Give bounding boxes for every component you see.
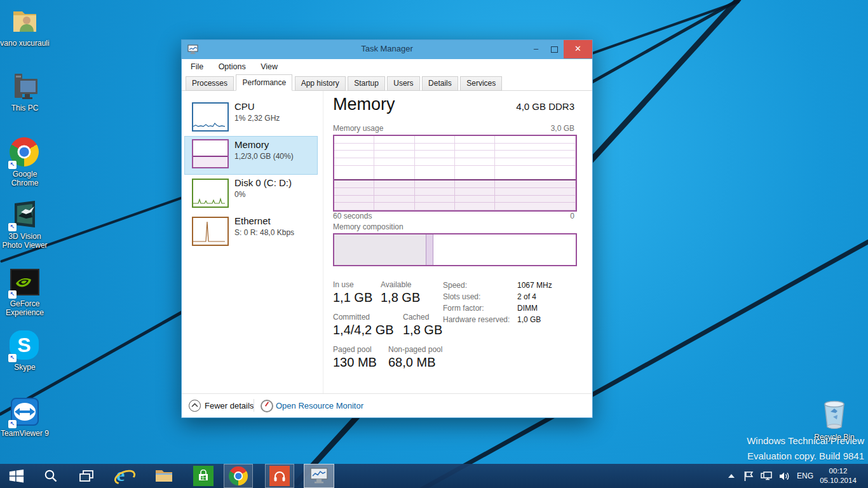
speaker-icon: [778, 471, 790, 482]
file-explorer-button[interactable]: [150, 464, 178, 488]
memory-mini-graph: [192, 139, 229, 168]
chevron-up-icon: [189, 400, 201, 412]
desktop-icon-label: This PC: [0, 104, 51, 112]
shortcut-arrow-icon: ↖: [8, 290, 17, 299]
tab-users[interactable]: Users: [387, 76, 419, 91]
detail-label: Speed:: [443, 281, 467, 290]
geforce-icon: ↖: [10, 267, 40, 297]
desktop-icon-teamviewer[interactable]: ↖ TeamViewer 9: [0, 396, 51, 438]
title-bar[interactable]: Task Manager – ✕: [182, 40, 592, 59]
audio-app-taskbar-button[interactable]: [265, 464, 294, 488]
task-manager-icon: [309, 467, 329, 485]
close-button[interactable]: ✕: [564, 40, 592, 58]
usage-graph-label: Memory usage: [333, 124, 383, 133]
internet-explorer-icon: e: [114, 466, 133, 485]
task-manager-window: Task Manager – ✕ File Options View Proce…: [181, 39, 593, 418]
sidebar-item-ethernet[interactable]: Ethernet S: 0 R: 48,0 Kbps: [185, 215, 317, 251]
internet-explorer-button[interactable]: e: [109, 464, 137, 488]
minimize-button[interactable]: –: [527, 40, 545, 58]
stat-label: Non-paged pool: [388, 345, 442, 354]
task-manager-taskbar-button[interactable]: [304, 464, 334, 488]
memory-usage-area: [334, 179, 576, 210]
sidebar-item-cpu[interactable]: CPU 1% 2,32 GHz: [185, 101, 317, 137]
sidebar-item-name: CPU: [234, 101, 255, 112]
stat-label: Paged pool: [333, 345, 372, 354]
tray-action-center[interactable]: [741, 464, 756, 488]
detail-label: Form factor:: [443, 304, 484, 313]
sidebar-item-detail: 1% 2,32 GHz: [234, 114, 280, 123]
sidebar-item-detail: 1,2/3,0 GB (40%): [234, 152, 294, 161]
tray-show-hidden-icons[interactable]: [724, 464, 738, 488]
composition-label: Memory composition: [333, 222, 403, 231]
clock-time: 00:12: [813, 466, 863, 476]
menu-options[interactable]: Options: [212, 59, 252, 74]
headphones-icon: [269, 466, 290, 486]
tab-processes[interactable]: Processes: [186, 76, 234, 91]
tab-details[interactable]: Details: [422, 76, 458, 91]
detail-label: Hardware reserved:: [443, 315, 510, 324]
x-axis-left-label: 60 seconds: [333, 212, 372, 220]
caret-up-icon: [728, 474, 735, 478]
chrome-taskbar-button[interactable]: [224, 464, 253, 488]
tab-performance[interactable]: Performance: [236, 74, 292, 91]
chrome-icon: [229, 466, 248, 485]
shortcut-arrow-icon: ↖: [8, 161, 17, 169]
panel-title: Memory: [333, 95, 395, 114]
cpu-mini-graph: [192, 102, 229, 132]
tray-clock[interactable]: 00:12 05.10.2014: [813, 466, 863, 485]
windows-store-button[interactable]: [189, 464, 217, 488]
x-axis-right-label: 0: [570, 212, 574, 220]
desktop-icon-user-folder[interactable]: vano xucurauli: [0, 6, 51, 48]
fewer-details-label: Fewer details: [205, 401, 254, 410]
stat-value: 1,8 GB: [381, 290, 420, 305]
desktop-icon-geforce-experience[interactable]: ↖ GeForce Experience: [0, 267, 51, 318]
desktop-icon-label: Skype: [0, 363, 51, 372]
stat-value: 1,8 GB: [403, 323, 442, 337]
stat-label: Committed: [333, 313, 370, 322]
tab-strip: Processes Performance App history Startu…: [182, 74, 592, 91]
desktop-icon-skype[interactable]: S ↖ Skype: [0, 330, 51, 372]
tray-network[interactable]: [758, 464, 775, 488]
shortcut-arrow-icon: ↖: [8, 354, 17, 362]
desktop-icon-this-pc[interactable]: This PC: [0, 71, 51, 112]
desktop-icon-google-chrome[interactable]: ↖ Google Chrome: [0, 137, 51, 188]
skype-icon: S ↖: [10, 330, 40, 361]
memory-total: 4,0 GB DDR3: [516, 101, 574, 112]
usage-scale-max: 3,0 GB: [551, 124, 574, 133]
sidebar-item-name: Disk 0 (C: D:): [234, 177, 292, 188]
desktop-icon-label: vano xucurauli: [0, 39, 51, 48]
sidebar-item-name: Ethernet: [234, 215, 271, 226]
window-footer: Fewer details Open Resource Monitor: [182, 393, 592, 417]
maximize-button[interactable]: [545, 40, 564, 58]
shortcut-arrow-icon: ↖: [8, 420, 17, 428]
stat-value: 1,4/4,2 GB: [333, 323, 394, 337]
task-view-button[interactable]: [74, 464, 99, 488]
resource-monitor-icon: [261, 400, 273, 412]
menu-file[interactable]: File: [184, 59, 210, 74]
resource-monitor-label: Open Resource Monitor: [276, 401, 363, 410]
stat-value: 68,0 MB: [388, 355, 435, 370]
sidebar-item-memory[interactable]: Memory 1,2/3,0 GB (40%): [184, 136, 318, 175]
tab-startup[interactable]: Startup: [348, 76, 385, 91]
menu-view[interactable]: View: [254, 59, 284, 74]
chrome-icon: ↖: [10, 137, 40, 168]
desktop-icon-label: TeamViewer 9: [0, 429, 51, 438]
menu-bar: File Options View: [182, 59, 592, 74]
tab-app-history[interactable]: App history: [295, 76, 346, 91]
flag-icon: [743, 471, 754, 482]
close-icon: ✕: [574, 44, 581, 53]
start-button[interactable]: [4, 464, 29, 488]
search-button[interactable]: [38, 464, 64, 488]
tab-services[interactable]: Services: [460, 76, 502, 91]
memory-composition-bar[interactable]: [333, 233, 577, 266]
desktop-icon-label: 3D Vision Photo Viewer: [0, 232, 51, 250]
teamviewer-icon: ↖: [10, 396, 40, 427]
clock-date: 05.10.2014: [813, 476, 863, 485]
stat-value: 130 MB: [333, 355, 377, 370]
tray-volume[interactable]: [776, 464, 792, 488]
sidebar-item-disk[interactable]: Disk 0 (C: D:) 0%: [185, 177, 317, 213]
ethernet-mini-graph: [192, 217, 229, 246]
memory-panel: Memory 4,0 GB DDR3 Memory usage 3,0 GB 6…: [323, 91, 592, 393]
desktop-icon-3d-vision-photo-viewer[interactable]: ↖ 3D Vision Photo Viewer: [0, 200, 51, 250]
detail-value: 1,0 GB: [517, 315, 541, 324]
